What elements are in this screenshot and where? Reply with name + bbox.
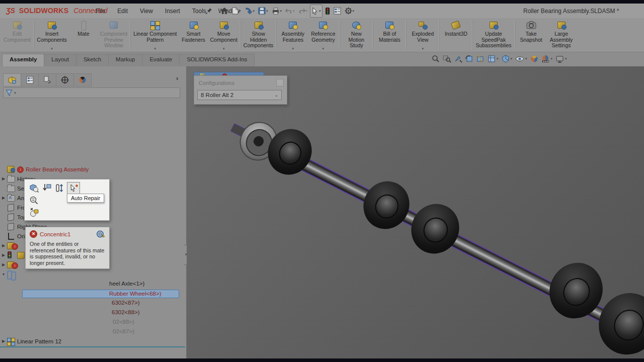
bom-icon	[384, 20, 395, 30]
smart-fasteners-button[interactable]: Smart Fasteners	[179, 18, 209, 52]
new-motion-study-button[interactable]: New Motion Study	[341, 18, 371, 52]
3ds-logo-icon: ƷS	[6, 7, 15, 15]
suppress-icon[interactable]	[41, 183, 53, 194]
zoom-to-fit-icon[interactable]	[432, 55, 440, 63]
mate-button[interactable]: Mate	[68, 18, 99, 52]
tree-split-divider[interactable]	[0, 346, 185, 347]
linear-component-pattern-button[interactable]: Linear Component Pattern▾	[132, 18, 178, 52]
save-icon[interactable]: ▾	[257, 5, 269, 17]
update-speedpak-button[interactable]: Update SpeedPak Subassemblies	[474, 18, 513, 52]
show-hidden-components-button[interactable]: Show Hidden Components	[242, 18, 275, 52]
letterbox-top	[0, 0, 644, 4]
display-style-icon[interactable]: ▾	[502, 55, 513, 63]
exploded-view-button[interactable]: Exploded View▾	[408, 18, 438, 52]
select-tool-icon[interactable]: ▾	[310, 5, 323, 18]
apply-scene-icon[interactable]: ▾	[541, 55, 553, 63]
print-icon[interactable]: ▾	[271, 5, 283, 17]
home-icon[interactable]	[219, 5, 229, 17]
camera-icon	[526, 20, 537, 30]
mate-item-fragment[interactable]: 02<87>)	[113, 328, 134, 334]
large-assembly-icon	[556, 20, 567, 30]
mate-item-fragment[interactable]: heel Axle<1>)	[109, 281, 144, 287]
configuration-dropdown[interactable]: 8 Roller Alt 2 ⌄	[197, 90, 282, 100]
plane-icon	[7, 204, 16, 211]
mates-folder-icon	[7, 270, 16, 278]
smart-fasteners-icon	[188, 20, 199, 30]
menu-edit[interactable]: Edit	[112, 6, 133, 16]
rubber-wheel-component[interactable]	[355, 173, 418, 237]
tree-row-linear-pattern[interactable]: ▶ Linear Pattern 12	[0, 336, 179, 346]
move-component-button[interactable]: Move Component▾	[209, 18, 239, 52]
tab-assembly[interactable]: Assembly	[2, 54, 44, 66]
propertymanager-tab[interactable]	[21, 73, 39, 86]
tree-row-mates[interactable]: ▾	[0, 269, 179, 279]
assembly-icon	[7, 165, 16, 173]
mate-errors-icon	[7, 251, 16, 259]
mate-icon	[78, 20, 89, 30]
tab-evaluate[interactable]: Evaluate	[142, 54, 180, 66]
auto-repair-tooltip: Auto Repair	[67, 194, 104, 203]
menu-view[interactable]: View	[135, 6, 158, 16]
mate-error-tooltip: ✕ Concentric1 One of the entities or ref…	[25, 227, 110, 269]
mate-item-fragment[interactable]: 6302<87>)	[112, 300, 140, 306]
view-settings-icon[interactable]: ▾	[555, 55, 567, 63]
exploded-view-icon	[417, 20, 428, 30]
mate-errors-icon[interactable]	[324, 5, 331, 17]
mate-item-fragment[interactable]: 02<88>)	[113, 319, 134, 325]
take-snapshot-button[interactable]: Take Snapshot	[516, 18, 546, 52]
tree-filter-box[interactable]: ▾	[3, 87, 180, 98]
zoom-to-area-icon[interactable]	[443, 55, 451, 63]
tab-markup[interactable]: Markup	[108, 54, 142, 66]
quick-access-toolbar: ▾ ▾ ▾ ▾ ▾ ▾ ▾ ▾	[219, 5, 355, 17]
rotate-view-icon[interactable]	[465, 55, 473, 63]
graphics-viewport[interactable]	[187, 66, 644, 358]
menu-file[interactable]: File	[91, 6, 110, 16]
auto-repair-icon[interactable]	[67, 182, 80, 194]
replace-component-icon[interactable]	[28, 207, 40, 218]
section-view-icon[interactable]	[476, 55, 485, 63]
configurations-title: Configurations	[199, 80, 234, 86]
menu-insert[interactable]: Insert	[160, 6, 185, 16]
options-gear-icon[interactable]: ▾	[344, 5, 356, 17]
insert-components-button[interactable]: Insert Components▾	[35, 18, 68, 52]
reference-geometry-button[interactable]: Reference Geometry▾	[308, 18, 338, 52]
configurationmanager-tab[interactable]	[38, 73, 56, 86]
panel-expand-arrow[interactable]: ›	[176, 74, 178, 82]
undo-icon: ▾	[284, 5, 296, 17]
view-mates-icon[interactable]	[28, 183, 40, 194]
instant3d-button[interactable]: Instant3D	[441, 18, 471, 52]
tree-row-root[interactable]: ↓ Roller Bearing Assembly	[0, 164, 179, 174]
pin-menubar-icon[interactable]	[205, 8, 212, 15]
configuration-selected-value: 8 Roller Alt 2	[201, 92, 233, 98]
edit-appearance-icon[interactable]	[530, 55, 538, 63]
rubber-wheel-component[interactable]	[403, 196, 467, 262]
selected-mate-row[interactable]: Rubber Wheel<68>)	[22, 290, 179, 298]
component-icon: ↓	[7, 261, 16, 268]
large-assembly-settings-button[interactable]: Large Assembly Settings	[546, 18, 577, 52]
dimxpertmanager-tab[interactable]	[56, 73, 74, 86]
tab-sketch[interactable]: Sketch	[76, 54, 109, 66]
mate-item-fragment[interactable]: 6302<88>)	[112, 309, 140, 315]
view-selector-icon[interactable]: ▾	[488, 55, 499, 63]
component-preview-window-button: Component Preview Window	[99, 18, 129, 52]
bill-of-materials-button[interactable]: Bill of Materials	[374, 18, 405, 52]
magnified-view-icon[interactable]	[28, 195, 40, 206]
magnified-selection-icon[interactable]	[454, 55, 462, 63]
heads-up-view-toolbar: ▾ ▾ ▾ ▾ ▾	[432, 55, 567, 63]
error-mate-name: Concentric1	[40, 231, 94, 237]
task-list-icon[interactable]	[333, 5, 342, 17]
component-preview-icon	[108, 20, 119, 30]
displaymanager-tab[interactable]	[73, 73, 92, 86]
tab-layout[interactable]: Layout	[44, 54, 76, 66]
mate-alignment-icon[interactable]	[54, 183, 66, 194]
tree-root-label: Roller Bearing Assembly	[26, 166, 89, 172]
new-document-icon[interactable]: ▾	[231, 5, 242, 17]
panel-corner-button[interactable]	[276, 79, 284, 86]
move-component-icon	[218, 20, 229, 30]
hide-show-items-icon[interactable]: ▾	[515, 55, 527, 62]
open-document-icon[interactable]: ▾	[244, 5, 256, 17]
featuremanager-tree-tab[interactable]	[3, 73, 21, 86]
tab-solidworks-add-ins[interactable]: SOLIDWORKS Add-Ins	[179, 54, 255, 66]
document-title: Roller Bearing Assembly.SLDASM *	[523, 8, 619, 15]
assembly-features-button[interactable]: Assembly Features▾	[278, 18, 308, 52]
